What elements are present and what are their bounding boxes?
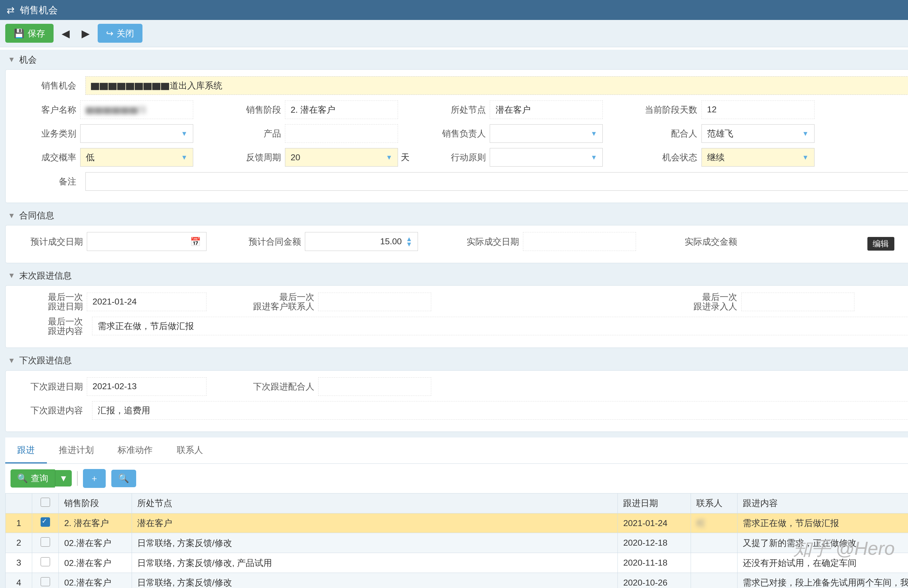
cell-node: 潜在客户 [132,513,618,533]
select-action[interactable]: ▼ [490,148,603,167]
grid-toolbar: 🔍查询 ▼ ＋ 🔍 30 ⬇ 5条 [5,464,908,493]
field-actual-date [523,232,636,251]
col-header[interactable]: 所处节点 [132,493,618,513]
add-button[interactable]: ＋ [83,469,106,488]
table-row[interactable]: 302.潜在客户日常联络, 方案反馈/修改, 产品试用2020-11-18还没有… [6,553,908,573]
cell-date: 2020-11-18 [618,553,691,573]
caret-down-icon: ▼ [8,211,15,220]
row-checkbox[interactable] [40,517,50,527]
chevron-down-icon: ▼ [591,130,597,137]
field-next-partner [318,377,431,396]
select-partner[interactable]: 范雄飞▼ [702,124,815,143]
col-header[interactable]: 跟进内容 [737,493,908,513]
row-checkbox[interactable] [40,537,50,547]
toolbar: 💾 保存 ◀ ▶ ↪ 关闭 [0,20,908,47]
label-est-date: 预计成交日期 [14,236,87,248]
search-icon: 🔍 [17,473,28,483]
field-customer: ▇▇▇▇▇▇段 [80,100,193,119]
tabs: 跟进推进计划标准动作联系人 [5,438,908,464]
caret-down-icon: ▼ [8,271,15,280]
chevron-down-icon: ▼ [591,154,597,161]
row-num: 3 [6,553,32,573]
label-actual-amount: 实际成交金额 [668,236,741,248]
chevron-down-icon: ▼ [802,130,809,137]
label-next-content: 下次跟进内容 [14,404,87,416]
label-est-amount: 预计合同金额 [232,236,305,248]
checkbox-all[interactable] [40,498,50,507]
row-checkbox[interactable] [40,577,50,586]
label-next-partner: 下次跟进配合人 [232,381,318,392]
field-next-content: 汇报，追费用 [92,401,908,420]
row-checkbox[interactable] [40,557,50,567]
label-partner: 配合人 [628,128,702,139]
window-title: 销售机会 [20,4,908,16]
tab-1[interactable]: 推进计划 [47,438,106,463]
field-last-date: 2021-01-24 [87,293,206,311]
label-biz-type: 业务类别 [14,128,80,139]
table-row[interactable]: 402.潜在客户日常联络, 方案反馈/修改2020-10-26需求已对接，段上准… [6,573,908,588]
save-button[interactable]: 💾 保存 [5,24,53,43]
table-row[interactable]: 12. 潜在客户潜在客户2021-01-24程需求正在做，节后做汇报2021-0… [6,513,908,533]
select-status[interactable]: 继续▼ [702,148,815,167]
field-last-recorder [741,293,855,311]
label-remark: 备注 [14,176,80,187]
table-row[interactable]: 202.潜在客户日常联络, 方案反馈/修改2020-12-18又提了新的需求，正… [6,533,908,553]
col-header[interactable]: 销售阶段 [59,493,132,513]
label-prob: 成交概率 [14,151,80,163]
field-days: 12 [702,100,815,119]
field-sales-opportunity[interactable]: ▇▇▇▇▇▇▇▇▇道出入库系统 [85,76,908,95]
prev-arrow[interactable]: ◀ [58,24,74,42]
swap-icon: ⇄ [6,5,15,16]
zoom-button[interactable]: 🔍 [111,470,136,487]
magnify-icon: 🔍 [118,473,129,483]
tab-0[interactable]: 跟进 [5,438,47,463]
caret-down-icon: ▼ [8,356,15,365]
cell-content: 需求已对接，段上准备先试用两个车间，我们的需求和方… [737,573,908,588]
next-arrow[interactable]: ▶ [78,24,94,42]
label-sales-opportunity: 销售机会 [14,80,80,91]
field-remark[interactable] [85,172,908,191]
select-prob[interactable]: 低▼ [80,148,193,167]
label-action: 行动原则 [423,151,490,163]
label-sales-stage: 销售阶段 [219,104,285,116]
plus-icon: ＋ [90,472,99,484]
tab-2[interactable]: 标准动作 [106,438,164,463]
section-toggle-opportunity[interactable]: ▼ 机会 [5,50,908,69]
col-header[interactable]: 跟进日期 [618,493,691,513]
select-feedback[interactable]: 20▼ [285,148,398,167]
label-status: 机会状态 [628,151,702,163]
label-next-date: 下次跟进日期 [14,381,87,392]
caret-down-icon: ▼ [8,55,15,64]
cell-contact [691,553,737,573]
col-header[interactable]: 联系人 [691,493,737,513]
label-days: 当前阶段天数 [628,104,702,116]
col-header[interactable] [6,493,32,513]
select-biz-type[interactable]: ▼ [80,124,193,143]
section-title: 下次跟进信息 [19,354,72,366]
select-owner[interactable]: ▼ [490,124,603,143]
row-num: 1 [6,513,32,533]
section-title: 合同信息 [19,209,54,221]
label-last-date: 最后一次 跟进日期 [14,292,87,311]
cell-date: 2020-10-26 [618,573,691,588]
cell-stage: 02.潜在客户 [59,533,132,553]
close-button[interactable]: ↪ 关闭 [98,24,142,43]
cell-content: 需求正在做，节后做汇报 [737,513,908,533]
tab-3[interactable]: 联系人 [164,438,214,463]
search-button[interactable]: 🔍查询 ▼ [11,469,72,488]
search-more[interactable]: ▼ [55,470,72,487]
row-num: 2 [6,533,32,553]
section-toggle-next-follow[interactable]: ▼ 下次跟进信息 [5,351,908,370]
spinner-est-amount[interactable]: 15.00▲▼ [305,232,418,251]
titlebar: ⇄ 销售机会 ⚙ ▭ ✕ [0,0,908,20]
field-last-contact [318,293,431,311]
datepicker-est-date[interactable]: 📅 [87,232,206,251]
feedback-unit: 天 [401,151,409,163]
field-node: 潜在客户 [490,100,603,119]
section-toggle-last-follow[interactable]: ▼ 末次跟进信息 [5,266,908,285]
label-product: 产品 [219,128,285,139]
col-header[interactable] [32,493,59,513]
edit-tooltip: 编辑 [868,237,894,251]
chevron-down-icon: ▼ [181,154,188,161]
section-toggle-contract[interactable]: ▼ 合同信息 [5,206,908,226]
